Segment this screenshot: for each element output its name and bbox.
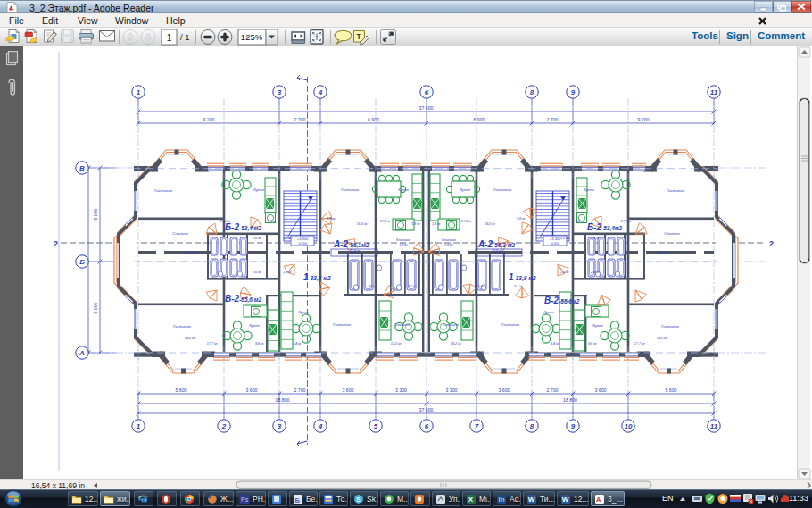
- svg-text:1,8 м²: 1,8 м²: [432, 222, 442, 226]
- svg-text:3,0 м²: 3,0 м²: [369, 285, 378, 288]
- svg-text:6 900: 6 900: [368, 117, 379, 122]
- svg-text:18 800: 18 800: [276, 397, 290, 403]
- svg-text:4: 4: [318, 88, 323, 96]
- svg-text:9,6 м²: 9,6 м²: [255, 342, 265, 346]
- svg-text:Спальня: Спальня: [172, 231, 188, 236]
- svg-text:18 800: 18 800: [563, 397, 577, 403]
- svg-text:Гостиная: Гостиная: [493, 187, 512, 192]
- svg-text:-0,050: -0,050: [551, 242, 559, 246]
- svg-text:Гостиная: Гостиная: [333, 322, 352, 327]
- svg-text:1-33,8 м2: 1-33,8 м2: [303, 272, 331, 282]
- svg-text:16,0 м²: 16,0 м²: [357, 222, 369, 226]
- svg-text:3 300: 3 300: [395, 387, 407, 393]
- svg-text:2 700: 2 700: [294, 117, 306, 122]
- svg-text:Кухня: Кухня: [592, 323, 603, 328]
- svg-text:17,7 м²: 17,7 м²: [634, 342, 646, 346]
- svg-text:2 700: 2 700: [294, 387, 306, 393]
- svg-text:Спальня: Спальня: [394, 322, 410, 327]
- svg-text:5 600: 5 600: [666, 387, 677, 393]
- svg-text:1,2 м²: 1,2 м²: [283, 271, 293, 274]
- svg-text:6 000: 6 000: [93, 208, 98, 220]
- svg-text:А: А: [79, 349, 85, 357]
- svg-text:14,0 м²: 14,0 м²: [657, 337, 668, 340]
- svg-text:10,8 м²: 10,8 м²: [349, 251, 361, 255]
- svg-text:3,0 м²: 3,0 м²: [475, 285, 485, 288]
- svg-text:14,0 м²: 14,0 м²: [185, 251, 196, 254]
- svg-text:1,2 м²: 1,2 м²: [283, 237, 293, 240]
- svg-text:5: 5: [374, 422, 378, 430]
- svg-text:17,7 м²: 17,7 м²: [207, 342, 219, 346]
- svg-text:12,0 м²: 12,0 м²: [391, 342, 402, 346]
- svg-text:Кухня: Кухня: [253, 187, 264, 192]
- svg-text:Спальня: Спальня: [664, 231, 680, 236]
- svg-text:1,8 м²: 1,8 м²: [411, 222, 421, 226]
- svg-text:In: In: [499, 496, 505, 504]
- svg-text:2: 2: [769, 239, 774, 248]
- svg-text:В-2-55,6 м2: В-2-55,6 м2: [225, 294, 262, 304]
- svg-text:X: X: [468, 496, 474, 504]
- svg-text:Гостиная: Гостиная: [501, 322, 520, 327]
- svg-text:6 000: 6 000: [93, 302, 98, 313]
- svg-text:9,6 м²: 9,6 м²: [588, 342, 598, 346]
- svg-text:Кухня: Кухня: [460, 187, 470, 192]
- svg-text:1: 1: [137, 422, 141, 430]
- svg-text:2,6 м²: 2,6 м²: [590, 271, 601, 274]
- svg-text:10,8 м²: 10,8 м²: [493, 251, 506, 255]
- svg-text:Кухня: Кухня: [398, 187, 409, 192]
- svg-text:17,9 м²: 17,9 м²: [461, 220, 473, 223]
- svg-text:В: В: [79, 164, 85, 172]
- svg-text:11: 11: [710, 88, 718, 96]
- svg-text:Гостиная: Гостиная: [667, 188, 685, 193]
- svg-text:2: 2: [221, 422, 227, 430]
- svg-text:Спальня: Спальня: [443, 322, 459, 327]
- svg-text:16,0 м²: 16,0 м²: [485, 222, 496, 226]
- svg-text:S: S: [356, 496, 361, 504]
- svg-text:9,8 м²: 9,8 м²: [517, 217, 526, 221]
- svg-text:+3,300: +3,300: [297, 237, 309, 241]
- svg-text:1,6 м²: 1,6 м²: [399, 243, 408, 246]
- svg-text:3,7 м²: 3,7 м²: [408, 285, 418, 288]
- svg-text:Кухня: Кухня: [543, 310, 554, 314]
- svg-text:16,2 м²: 16,2 м²: [451, 342, 462, 346]
- svg-text:A: A: [596, 496, 601, 504]
- svg-text:5 600: 5 600: [176, 387, 187, 393]
- svg-text:1: 1: [137, 88, 141, 96]
- svg-text:6 900: 6 900: [474, 117, 485, 122]
- svg-text:Гостиная: Гостиная: [173, 324, 192, 329]
- svg-text:А-2-56,1м2: А-2-56,1м2: [333, 239, 369, 249]
- svg-text:7: 7: [475, 422, 479, 430]
- svg-text:3 600: 3 600: [499, 387, 510, 393]
- svg-text:37 600: 37 600: [419, 407, 434, 412]
- svg-text:14,0 м²: 14,0 м²: [657, 251, 668, 254]
- svg-text:9,8 м²: 9,8 м²: [576, 220, 585, 223]
- svg-text:Кладовая: Кладовая: [442, 238, 456, 242]
- svg-text:Ps: Ps: [241, 496, 249, 503]
- svg-text:4: 4: [318, 422, 323, 430]
- svg-text:9,8 м²: 9,8 м²: [327, 217, 336, 221]
- svg-text:3: 3: [278, 422, 282, 430]
- svg-text:17,7 м²: 17,7 м²: [621, 220, 633, 223]
- svg-text:11: 11: [710, 422, 718, 430]
- svg-text:14,0 м²: 14,0 м²: [185, 337, 196, 340]
- svg-text:2 700: 2 700: [547, 387, 559, 393]
- svg-text:3 300: 3 300: [446, 387, 458, 393]
- svg-text:3 600: 3 600: [595, 387, 607, 393]
- svg-text:2,6 м²: 2,6 м²: [252, 237, 262, 240]
- svg-text:Гостиная: Гостиная: [154, 188, 173, 193]
- svg-text:Кухня: Кухня: [584, 187, 594, 192]
- svg-text:1,6 м²: 1,6 м²: [444, 243, 453, 246]
- svg-text:Гостиная: Гостиная: [661, 324, 680, 329]
- svg-text:W: W: [562, 496, 569, 504]
- svg-text:Б: Б: [295, 496, 301, 504]
- svg-text:2,6 м²: 2,6 м²: [252, 271, 262, 274]
- svg-text:Б: Б: [79, 258, 85, 266]
- svg-text:10: 10: [625, 422, 633, 430]
- svg-text:2,6 м²: 2,6 м²: [590, 237, 601, 240]
- svg-text:17,9 м²: 17,9 м²: [380, 220, 392, 223]
- svg-text:1,2 м²: 1,2 м²: [560, 271, 570, 274]
- svg-text:9,4 м²: 9,4 м²: [293, 342, 302, 346]
- svg-text:9: 9: [571, 88, 576, 96]
- svg-text:3 600: 3 600: [246, 387, 258, 393]
- svg-text:6: 6: [425, 88, 429, 96]
- svg-text:9 200: 9 200: [638, 117, 650, 122]
